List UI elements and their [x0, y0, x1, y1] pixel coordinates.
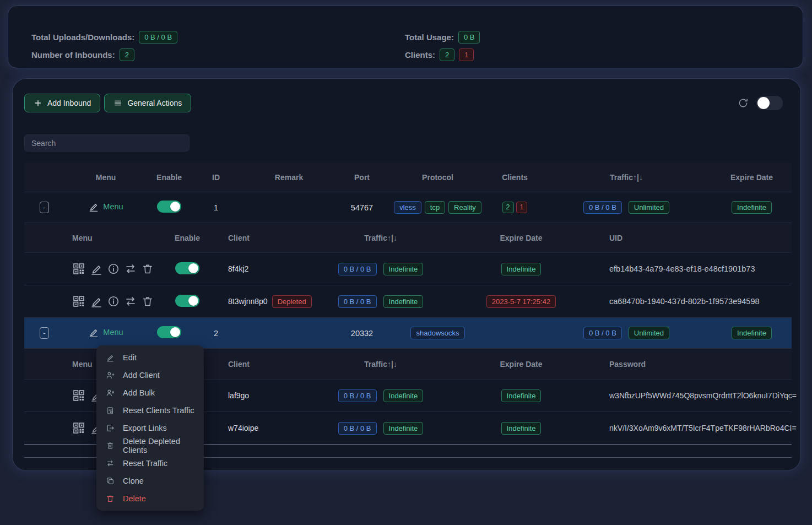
client-uid: efb14b43-4a79-4e83-ef18-e48cf1901b73 — [593, 264, 792, 273]
security-badge: Reality — [448, 201, 481, 214]
delete-client-icon[interactable] — [142, 263, 154, 275]
add-inbound-button[interactable]: Add Inbound — [24, 94, 100, 112]
menu-item-label: Edit — [123, 353, 137, 362]
clients-active-badge: 2 — [502, 202, 514, 213]
clients-depleted-badge: 1 — [516, 202, 528, 213]
client-limit-badge: Indefinite — [383, 389, 424, 402]
menu-item-reset-clients-traffic[interactable]: Reset Clients Traffic — [96, 402, 204, 419]
number-of-inbounds-value: 2 — [120, 48, 134, 61]
clients-subtable-header: Menu Enable Client Traffic↑|↓ Expire Dat… — [24, 223, 792, 253]
sub-header-menu: Menu — [64, 234, 166, 242]
client-row: 8t3wjnn8p0 Depleted 0 B / 0 B Indefinite… — [24, 285, 792, 318]
menu-item-delete-depleted-clients[interactable]: Delete Depleted Clients — [96, 437, 204, 454]
general-actions-label: General Actions — [127, 99, 182, 107]
menu-item-add-client[interactable]: Add Client — [96, 366, 204, 384]
client-enable-toggle[interactable] — [175, 262, 199, 274]
clients-label: Clients: — [405, 50, 435, 59]
table-header-row: Menu Enable ID Remark Port Protocol Clie… — [24, 163, 792, 192]
inbound-id: 1 — [191, 203, 241, 212]
collapse-row-button[interactable]: - — [40, 327, 49, 339]
inbound-port: 54767 — [337, 203, 387, 212]
client-enable-toggle[interactable] — [175, 295, 199, 307]
sub-header-traffic[interactable]: Traffic↑|↓ — [312, 360, 450, 369]
refresh-icon[interactable] — [738, 98, 749, 109]
collapse-row-button[interactable]: - — [40, 202, 49, 213]
menu-item-reset-traffic[interactable]: Reset Traffic — [96, 454, 204, 472]
person-star-icon — [106, 388, 115, 397]
menu-link-label: Menu — [103, 328, 123, 337]
menu-link-label: Menu — [103, 202, 123, 211]
total-usage-value: 0 B — [458, 31, 480, 44]
qr-code-icon[interactable] — [72, 295, 85, 308]
info-icon[interactable] — [107, 295, 120, 307]
qr-code-icon[interactable] — [72, 421, 85, 435]
edit-client-icon[interactable] — [90, 295, 103, 308]
enable-toggle[interactable] — [157, 326, 181, 338]
menu-item-delete[interactable]: Delete — [96, 490, 204, 507]
header-menu: Menu — [64, 173, 147, 182]
sub-header-client: Client — [209, 234, 312, 242]
menu-item-label: Delete — [123, 494, 146, 503]
client-name: 8t3wjnn8p0 — [228, 297, 268, 306]
dark-mode-toggle[interactable] — [756, 96, 783, 110]
header-clients[interactable]: Clients — [489, 173, 541, 182]
toolbar: Add Inbound General Actions — [24, 94, 783, 112]
client-limit-badge: Indefinite — [383, 422, 424, 435]
client-expire-badge: 2023-5-7 17:25:42 — [486, 295, 556, 308]
search-input[interactable] — [24, 134, 190, 151]
client-name: 8f4kj2 — [209, 264, 312, 273]
qr-code-icon[interactable] — [72, 262, 85, 275]
enable-toggle[interactable] — [157, 201, 181, 213]
person-plus-icon — [106, 371, 115, 380]
reset-traffic-icon[interactable] — [124, 262, 137, 275]
inbound-context-menu: Edit Add Client Add Bulk Reset Clients T… — [96, 345, 204, 511]
menu-item-label: Add Bulk — [123, 388, 155, 397]
header-expire-date: Expire Date — [712, 173, 792, 182]
edit-pencil-icon — [88, 327, 99, 338]
depleted-badge: Depleted — [272, 295, 312, 308]
client-password: w3NfbzUPf5WWd745Q8pvsmQrdrttT2lO6knuI7Di… — [593, 391, 797, 400]
info-icon[interactable] — [107, 263, 120, 275]
menu-item-add-bulk[interactable]: Add Bulk — [96, 384, 204, 402]
menu-item-label: Reset Traffic — [123, 459, 167, 468]
clients-depleted-count: 1 — [459, 48, 474, 61]
menu-item-clone[interactable]: Clone — [96, 472, 204, 490]
general-actions-button[interactable]: General Actions — [104, 94, 191, 112]
hamburger-icon — [113, 99, 122, 107]
inbound-menu-link[interactable]: Menu — [88, 327, 123, 338]
header-remark: Remark — [241, 173, 337, 182]
sub-header-traffic[interactable]: Traffic↑|↓ — [312, 234, 450, 242]
protocol-badge: vless — [394, 201, 421, 214]
traffic-limit-badge: Unlimited — [629, 327, 669, 339]
header-traffic-sort[interactable]: Traffic↑|↓ — [541, 173, 712, 182]
inbound-row-2: - Menu 2 20332 shadowsocks 0 B / 0 B Unl… — [24, 318, 792, 349]
menu-item-label: Export Links — [123, 424, 167, 432]
menu-item-export-links[interactable]: Export Links — [96, 419, 204, 437]
reset-traffic-icon[interactable] — [124, 295, 137, 308]
swap-icon — [106, 459, 115, 468]
client-name: w74ioipe — [209, 424, 312, 432]
expire-badge: Indefinite — [732, 327, 772, 339]
menu-item-edit[interactable]: Edit — [96, 349, 204, 366]
trash-icon — [106, 494, 115, 503]
traffic-badge: 0 B / 0 B — [583, 201, 622, 214]
sub-header-expire: Expire Date — [450, 360, 593, 369]
menu-item-label: Reset Clients Traffic — [123, 406, 194, 415]
header-id: ID — [191, 173, 241, 182]
edit-client-icon[interactable] — [90, 262, 103, 275]
number-of-inbounds-label: Number of Inbounds: — [31, 50, 115, 59]
menu-item-label: Clone — [123, 477, 144, 485]
inbound-menu-link[interactable]: Menu — [88, 201, 123, 212]
client-expire-badge: Indefinite — [501, 389, 542, 402]
transport-badge: tcp — [425, 201, 445, 214]
qr-code-icon[interactable] — [72, 389, 85, 402]
total-uploads-downloads-label: Total Uploads/Downloads: — [31, 33, 134, 42]
client-name: laf9go — [209, 391, 312, 400]
add-inbound-label: Add Inbound — [47, 99, 91, 107]
copy-icon — [106, 477, 115, 485]
inbound-port: 20332 — [337, 329, 387, 338]
sub-header-client: Client — [209, 360, 312, 369]
inbound-id: 2 — [191, 329, 241, 338]
delete-client-icon[interactable] — [142, 295, 154, 307]
client-row: 8f4kj2 0 B / 0 B Indefinite Indefinite e… — [24, 253, 792, 285]
